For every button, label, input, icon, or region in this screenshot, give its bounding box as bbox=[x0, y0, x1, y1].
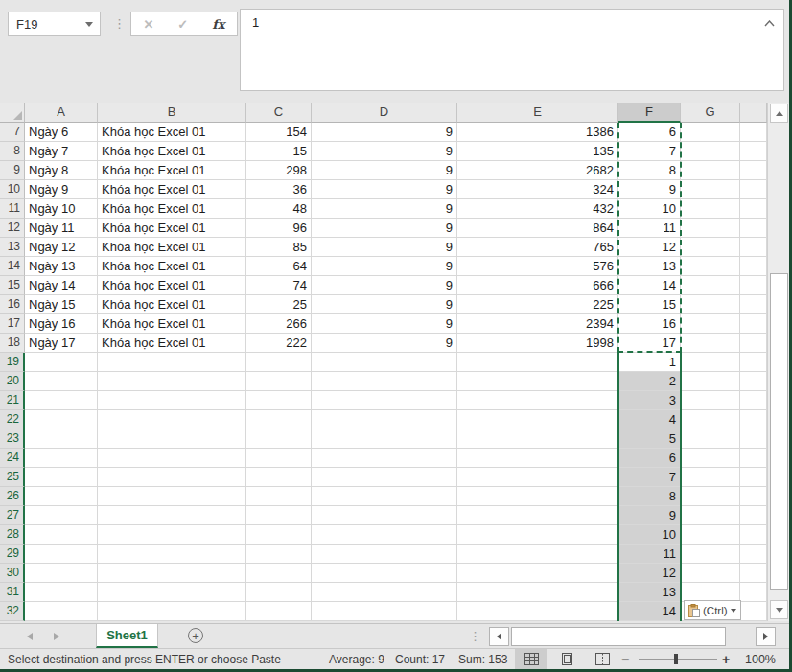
row-header-21[interactable]: 21 bbox=[0, 391, 25, 410]
cell-B26[interactable] bbox=[98, 487, 246, 506]
row-header-11[interactable]: 11 bbox=[0, 199, 25, 219]
cell-F19[interactable]: 1 bbox=[618, 353, 681, 372]
cell-A22[interactable] bbox=[25, 410, 98, 429]
cell-pad31[interactable] bbox=[740, 583, 767, 602]
cell-D15[interactable]: 9 bbox=[312, 276, 457, 295]
cell-C19[interactable] bbox=[246, 353, 312, 372]
row-header-9[interactable]: 9 bbox=[0, 161, 25, 180]
cell-pad26[interactable] bbox=[740, 487, 767, 506]
row-header-13[interactable]: 13 bbox=[0, 238, 25, 257]
cell-B15[interactable]: Khóa học Excel 01 bbox=[98, 276, 246, 295]
cell-E11[interactable]: 432 bbox=[457, 199, 618, 219]
cell-C24[interactable] bbox=[246, 449, 312, 468]
cell-C18[interactable]: 222 bbox=[246, 334, 312, 353]
cell-E14[interactable]: 576 bbox=[457, 257, 618, 276]
cell-B9[interactable]: Khóa học Excel 01 bbox=[98, 161, 246, 180]
cell-G10[interactable] bbox=[681, 180, 740, 199]
cell-A30[interactable] bbox=[25, 564, 98, 583]
paste-options-button[interactable]: (Ctrl) bbox=[684, 600, 741, 620]
cell-E12[interactable]: 864 bbox=[457, 219, 618, 238]
cell-C20[interactable] bbox=[246, 372, 312, 391]
cell-D18[interactable]: 9 bbox=[312, 334, 457, 353]
cell-G15[interactable] bbox=[681, 276, 740, 295]
cell-B23[interactable] bbox=[98, 429, 246, 449]
column-header-G[interactable]: G bbox=[681, 103, 740, 123]
cell-pad11[interactable] bbox=[740, 199, 767, 219]
cell-A25[interactable] bbox=[25, 468, 98, 487]
cell-F25[interactable]: 7 bbox=[618, 468, 681, 487]
vertical-scrollbar[interactable] bbox=[767, 103, 789, 621]
cell-A21[interactable] bbox=[25, 391, 98, 410]
cell-A27[interactable] bbox=[25, 506, 98, 525]
row-header-24[interactable]: 24 bbox=[0, 449, 25, 468]
cell-pad20[interactable] bbox=[740, 372, 767, 391]
scroll-up-button[interactable] bbox=[770, 104, 788, 123]
cell-E26[interactable] bbox=[457, 487, 618, 506]
cell-B10[interactable]: Khóa học Excel 01 bbox=[98, 180, 246, 199]
tab-sheet1[interactable]: Sheet1 bbox=[96, 624, 158, 648]
cell-D24[interactable] bbox=[312, 449, 457, 468]
cell-G20[interactable] bbox=[681, 372, 740, 391]
cell-F12[interactable]: 11 bbox=[618, 219, 681, 238]
scroll-right-button[interactable] bbox=[756, 627, 776, 646]
cell-B30[interactable] bbox=[98, 564, 246, 583]
cell-D11[interactable]: 9 bbox=[312, 199, 457, 219]
cell-A17[interactable]: Ngày 16 bbox=[25, 314, 98, 334]
cell-A19[interactable] bbox=[25, 353, 98, 372]
scroll-down-button[interactable] bbox=[770, 600, 788, 619]
status-sum[interactable]: Sum: 153 bbox=[458, 653, 507, 666]
cell-G24[interactable] bbox=[681, 449, 740, 468]
cell-D17[interactable]: 9 bbox=[312, 314, 457, 334]
cell-E16[interactable]: 225 bbox=[457, 295, 618, 314]
cell-G25[interactable] bbox=[681, 468, 740, 487]
cell-F11[interactable]: 10 bbox=[618, 199, 681, 219]
cell-E19[interactable] bbox=[457, 353, 618, 372]
cell-B7[interactable]: Khóa học Excel 01 bbox=[98, 123, 246, 142]
select-all-corner[interactable] bbox=[0, 103, 25, 123]
cell-pad9[interactable] bbox=[740, 161, 767, 180]
page-layout-view-button[interactable] bbox=[550, 649, 583, 669]
cell-B8[interactable]: Khóa học Excel 01 bbox=[98, 142, 246, 161]
cell-G18[interactable] bbox=[681, 334, 740, 353]
cell-C31[interactable] bbox=[246, 583, 312, 602]
cell-F26[interactable]: 8 bbox=[618, 487, 681, 506]
cell-G30[interactable] bbox=[681, 564, 740, 583]
cell-G13[interactable] bbox=[681, 238, 740, 257]
cell-pad30[interactable] bbox=[740, 564, 767, 583]
cell-B20[interactable] bbox=[98, 372, 246, 391]
cell-F14[interactable]: 13 bbox=[618, 257, 681, 276]
cell-E18[interactable]: 1998 bbox=[457, 334, 618, 353]
row-header-15[interactable]: 15 bbox=[0, 276, 25, 295]
cell-D10[interactable]: 9 bbox=[312, 180, 457, 199]
cell-C12[interactable]: 96 bbox=[246, 219, 312, 238]
cell-C16[interactable]: 25 bbox=[246, 295, 312, 314]
cell-C9[interactable]: 298 bbox=[246, 161, 312, 180]
cell-F17[interactable]: 16 bbox=[618, 314, 681, 334]
zoom-out-icon[interactable]: − bbox=[621, 652, 629, 667]
zoom-in-icon[interactable]: + bbox=[722, 652, 730, 667]
cell-G16[interactable] bbox=[681, 295, 740, 314]
cell-E22[interactable] bbox=[457, 410, 618, 429]
scroll-left-button[interactable] bbox=[489, 627, 509, 646]
cell-F16[interactable]: 15 bbox=[618, 295, 681, 314]
cell-pad24[interactable] bbox=[740, 449, 767, 468]
cell-B13[interactable]: Khóa học Excel 01 bbox=[98, 238, 246, 257]
row-header-31[interactable]: 31 bbox=[0, 583, 25, 602]
cell-A10[interactable]: Ngày 9 bbox=[25, 180, 98, 199]
cell-pad32[interactable] bbox=[740, 602, 767, 621]
cell-A29[interactable] bbox=[25, 545, 98, 564]
cell-A24[interactable] bbox=[25, 449, 98, 468]
cell-A9[interactable]: Ngày 8 bbox=[25, 161, 98, 180]
cell-D30[interactable] bbox=[312, 564, 457, 583]
cell-F18[interactable]: 17 bbox=[618, 334, 681, 353]
cell-pad27[interactable] bbox=[740, 506, 767, 525]
row-header-18[interactable]: 18 bbox=[0, 334, 25, 353]
cell-C11[interactable]: 48 bbox=[246, 199, 312, 219]
row-header-32[interactable]: 32 bbox=[0, 602, 25, 621]
function-icon[interactable]: fx bbox=[212, 17, 224, 32]
cell-G29[interactable] bbox=[681, 545, 740, 564]
cell-G26[interactable] bbox=[681, 487, 740, 506]
cell-G14[interactable] bbox=[681, 257, 740, 276]
cell-G17[interactable] bbox=[681, 314, 740, 334]
cell-pad21[interactable] bbox=[740, 391, 767, 410]
